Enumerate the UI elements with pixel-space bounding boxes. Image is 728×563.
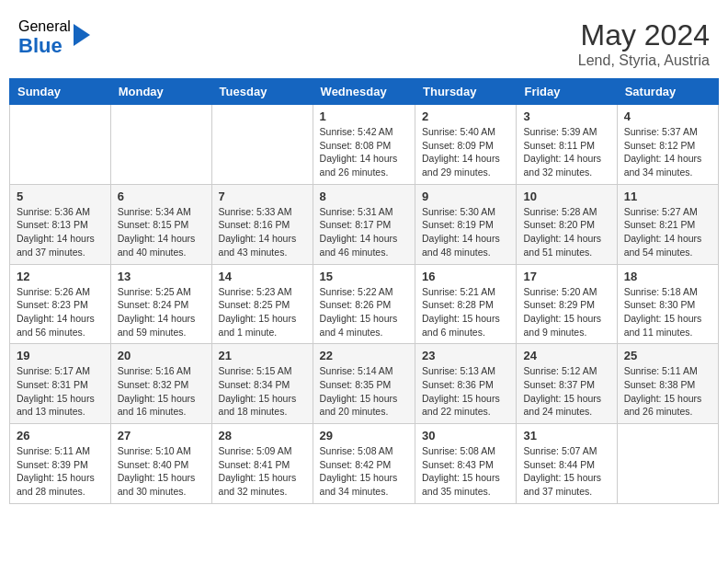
calendar-cell: 17Sunrise: 5:20 AM Sunset: 8:29 PM Dayli… [517, 264, 617, 344]
day-info: Sunrise: 5:40 AM Sunset: 8:09 PM Dayligh… [422, 125, 509, 179]
day-number: 16 [422, 270, 509, 283]
calendar-cell: 4Sunrise: 5:37 AM Sunset: 8:12 PM Daylig… [617, 105, 718, 185]
calendar-week-4: 19Sunrise: 5:17 AM Sunset: 8:31 PM Dayli… [10, 344, 719, 424]
day-number: 15 [320, 270, 408, 283]
calendar-cell: 15Sunrise: 5:22 AM Sunset: 8:26 PM Dayli… [313, 264, 415, 344]
calendar-cell [10, 105, 111, 185]
calendar-cell: 29Sunrise: 5:08 AM Sunset: 8:42 PM Dayli… [313, 424, 415, 504]
day-info: Sunrise: 5:17 AM Sunset: 8:31 PM Dayligh… [17, 364, 104, 419]
calendar-cell: 11Sunrise: 5:27 AM Sunset: 8:21 PM Dayli… [617, 184, 718, 264]
calendar-cell [110, 105, 211, 185]
day-info: Sunrise: 5:07 AM Sunset: 8:44 PM Dayligh… [523, 444, 609, 499]
day-info: Sunrise: 5:39 AM Sunset: 8:11 PM Dayligh… [523, 125, 609, 179]
day-number: 1 [320, 109, 408, 123]
calendar-cell: 27Sunrise: 5:10 AM Sunset: 8:40 PM Dayli… [110, 424, 211, 504]
calendar-cell: 25Sunrise: 5:11 AM Sunset: 8:38 PM Dayli… [617, 344, 718, 424]
calendar-cell: 16Sunrise: 5:21 AM Sunset: 8:28 PM Dayli… [415, 264, 517, 344]
calendar-week-2: 5Sunrise: 5:36 AM Sunset: 8:13 PM Daylig… [10, 184, 719, 264]
weekday-header-row: SundayMondayTuesdayWednesdayThursdayFrid… [10, 79, 719, 105]
location-subtitle: Lend, Styria, Austria [578, 52, 710, 69]
day-info: Sunrise: 5:11 AM Sunset: 8:38 PM Dayligh… [624, 364, 711, 419]
calendar-cell: 13Sunrise: 5:25 AM Sunset: 8:24 PM Dayli… [110, 264, 211, 344]
day-number: 11 [624, 190, 711, 203]
weekday-header-saturday: Saturday [617, 79, 718, 105]
calendar-cell: 28Sunrise: 5:09 AM Sunset: 8:41 PM Dayli… [211, 424, 313, 504]
calendar-header: SundayMondayTuesdayWednesdayThursdayFrid… [10, 79, 719, 105]
calendar-cell: 6Sunrise: 5:34 AM Sunset: 8:15 PM Daylig… [110, 184, 211, 264]
day-number: 13 [118, 270, 205, 283]
calendar-week-1: 1Sunrise: 5:42 AM Sunset: 8:08 PM Daylig… [10, 105, 719, 185]
day-number: 9 [422, 190, 509, 203]
calendar-body: 1Sunrise: 5:42 AM Sunset: 8:08 PM Daylig… [10, 105, 719, 504]
day-number: 7 [219, 190, 306, 203]
day-info: Sunrise: 5:08 AM Sunset: 8:42 PM Dayligh… [320, 444, 408, 499]
day-number: 20 [118, 349, 205, 362]
calendar-cell: 22Sunrise: 5:14 AM Sunset: 8:35 PM Dayli… [313, 344, 415, 424]
day-info: Sunrise: 5:37 AM Sunset: 8:12 PM Dayligh… [624, 125, 711, 179]
day-info: Sunrise: 5:42 AM Sunset: 8:08 PM Dayligh… [320, 125, 408, 179]
calendar-cell: 7Sunrise: 5:33 AM Sunset: 8:16 PM Daylig… [211, 184, 313, 264]
weekday-header-wednesday: Wednesday [313, 79, 415, 105]
calendar-cell: 14Sunrise: 5:23 AM Sunset: 8:25 PM Dayli… [211, 264, 313, 344]
day-number: 23 [422, 349, 509, 362]
day-info: Sunrise: 5:12 AM Sunset: 8:37 PM Dayligh… [523, 364, 609, 419]
day-number: 17 [523, 270, 609, 283]
day-info: Sunrise: 5:26 AM Sunset: 8:23 PM Dayligh… [17, 285, 104, 339]
calendar-cell: 2Sunrise: 5:40 AM Sunset: 8:09 PM Daylig… [415, 105, 517, 185]
day-info: Sunrise: 5:22 AM Sunset: 8:26 PM Dayligh… [320, 285, 408, 339]
logo: General Blue [18, 18, 90, 57]
day-info: Sunrise: 5:08 AM Sunset: 8:43 PM Dayligh… [422, 444, 509, 499]
day-info: Sunrise: 5:28 AM Sunset: 8:20 PM Dayligh… [523, 205, 609, 259]
day-number: 19 [17, 349, 104, 362]
day-number: 14 [219, 270, 306, 283]
day-number: 25 [624, 349, 711, 362]
calendar-cell: 3Sunrise: 5:39 AM Sunset: 8:11 PM Daylig… [517, 105, 617, 185]
calendar-cell: 18Sunrise: 5:18 AM Sunset: 8:30 PM Dayli… [617, 264, 718, 344]
calendar-cell: 8Sunrise: 5:31 AM Sunset: 8:17 PM Daylig… [313, 184, 415, 264]
day-number: 6 [118, 190, 205, 203]
calendar-cell: 20Sunrise: 5:16 AM Sunset: 8:32 PM Dayli… [110, 344, 211, 424]
day-number: 27 [118, 429, 205, 442]
calendar-cell: 19Sunrise: 5:17 AM Sunset: 8:31 PM Dayli… [10, 344, 111, 424]
calendar-cell: 30Sunrise: 5:08 AM Sunset: 8:43 PM Dayli… [415, 424, 517, 504]
day-number: 4 [624, 109, 711, 123]
day-info: Sunrise: 5:36 AM Sunset: 8:13 PM Dayligh… [17, 205, 104, 259]
calendar-cell: 23Sunrise: 5:13 AM Sunset: 8:36 PM Dayli… [415, 344, 517, 424]
weekday-header-tuesday: Tuesday [211, 79, 313, 105]
month-year-title: May 2024 [578, 18, 710, 52]
day-number: 30 [422, 429, 509, 442]
day-info: Sunrise: 5:33 AM Sunset: 8:16 PM Dayligh… [219, 205, 306, 259]
calendar-cell: 9Sunrise: 5:30 AM Sunset: 8:19 PM Daylig… [415, 184, 517, 264]
day-number: 8 [320, 190, 408, 203]
day-number: 22 [320, 349, 408, 362]
day-info: Sunrise: 5:21 AM Sunset: 8:28 PM Dayligh… [422, 285, 509, 339]
calendar-cell [211, 105, 313, 185]
day-number: 12 [17, 270, 104, 283]
day-info: Sunrise: 5:09 AM Sunset: 8:41 PM Dayligh… [219, 444, 306, 499]
weekday-header-friday: Friday [517, 79, 617, 105]
weekday-header-monday: Monday [110, 79, 211, 105]
calendar-cell [617, 424, 718, 504]
day-number: 3 [523, 109, 609, 123]
calendar-cell: 21Sunrise: 5:15 AM Sunset: 8:34 PM Dayli… [211, 344, 313, 424]
day-number: 2 [422, 109, 509, 123]
weekday-header-sunday: Sunday [10, 79, 111, 105]
day-number: 28 [219, 429, 306, 442]
calendar-table: SundayMondayTuesdayWednesdayThursdayFrid… [9, 78, 719, 504]
day-number: 21 [219, 349, 306, 362]
calendar-cell: 10Sunrise: 5:28 AM Sunset: 8:20 PM Dayli… [517, 184, 617, 264]
logo-text: General Blue [18, 18, 71, 57]
day-info: Sunrise: 5:20 AM Sunset: 8:29 PM Dayligh… [523, 285, 609, 339]
day-info: Sunrise: 5:14 AM Sunset: 8:35 PM Dayligh… [320, 364, 408, 419]
day-info: Sunrise: 5:13 AM Sunset: 8:36 PM Dayligh… [422, 364, 509, 419]
logo-general: General [18, 18, 71, 35]
day-number: 26 [17, 429, 104, 442]
day-info: Sunrise: 5:34 AM Sunset: 8:15 PM Dayligh… [118, 205, 205, 259]
day-info: Sunrise: 5:25 AM Sunset: 8:24 PM Dayligh… [118, 285, 205, 339]
day-number: 5 [17, 190, 104, 203]
page-header: General Blue May 2024 Lend, Styria, Aust… [9, 9, 719, 74]
calendar-cell: 12Sunrise: 5:26 AM Sunset: 8:23 PM Dayli… [10, 264, 111, 344]
day-number: 29 [320, 429, 408, 442]
day-info: Sunrise: 5:10 AM Sunset: 8:40 PM Dayligh… [118, 444, 205, 499]
weekday-header-thursday: Thursday [415, 79, 517, 105]
